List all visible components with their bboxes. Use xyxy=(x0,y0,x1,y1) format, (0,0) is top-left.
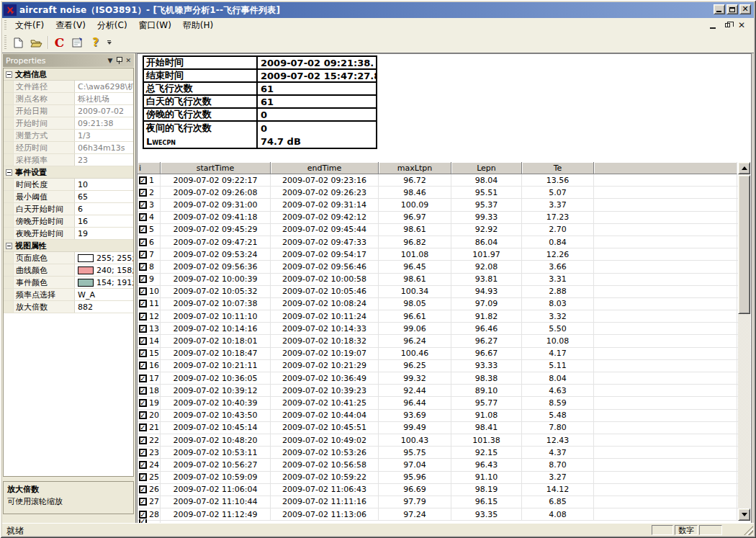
row-checkbox[interactable] xyxy=(139,287,147,295)
pin-icon[interactable] xyxy=(116,57,122,64)
new-document-button[interactable] xyxy=(10,35,27,50)
row-checkbox[interactable] xyxy=(139,349,147,357)
property-value[interactable]: 16 xyxy=(75,215,133,227)
close-button[interactable]: ✕ xyxy=(739,4,751,14)
table-row[interactable]: 7 2009-07-02 09:53:24 2009-07-02 09:54:1… xyxy=(138,248,739,261)
row-checkbox[interactable] xyxy=(139,423,147,431)
vertical-scrollbar[interactable] xyxy=(738,162,750,521)
menu-item[interactable]: 窗口(W) xyxy=(133,18,177,33)
help-button[interactable]: ? xyxy=(87,35,104,50)
property-row-page-color[interactable]: 页面底色 255; 255; 255 xyxy=(4,252,133,264)
table-row[interactable]: 10 2009-07-02 10:05:32 2009-07-02 10:05:… xyxy=(138,286,739,298)
collapse-icon[interactable] xyxy=(6,169,12,176)
row-checkbox[interactable] xyxy=(139,399,147,407)
property-value[interactable]: 06h34m13s xyxy=(75,142,133,153)
properties-button[interactable] xyxy=(69,35,86,50)
table-row[interactable]: 24 2009-07-02 10:56:27 2009-07-02 10:56:… xyxy=(138,459,739,471)
column-header-starttime[interactable]: startTime xyxy=(161,162,271,174)
table-row[interactable]: 6 2009-07-02 09:47:21 2009-07-02 09:47:3… xyxy=(138,236,739,248)
row-checkbox[interactable] xyxy=(139,201,147,209)
property-row-event-color[interactable]: 事件颜色 154; 191; 183 xyxy=(4,277,133,289)
table-row[interactable]: 17 2009-07-02 10:36:05 2009-07-02 10:36:… xyxy=(138,372,739,385)
property-value[interactable]: 2009-07-02 xyxy=(75,105,133,117)
category-event-settings[interactable]: 事件设置 xyxy=(4,166,133,179)
open-file-button[interactable] xyxy=(28,35,45,50)
property-value[interactable]: 10 xyxy=(75,179,133,190)
table-row[interactable]: 16 2009-07-02 10:21:11 2009-07-02 10:21:… xyxy=(138,360,739,372)
property-value[interactable]: 09:21:38 xyxy=(75,117,133,129)
row-checkbox[interactable] xyxy=(139,387,147,395)
property-row[interactable]: 测量方式 1/3 xyxy=(4,130,133,142)
row-checkbox[interactable] xyxy=(139,189,147,197)
maximize-button[interactable] xyxy=(726,4,738,14)
row-checkbox[interactable] xyxy=(139,485,147,493)
menu-item[interactable]: 分析(C) xyxy=(91,18,133,33)
row-checkbox[interactable] xyxy=(139,325,147,333)
row-checkbox[interactable] xyxy=(139,176,147,184)
row-checkbox[interactable] xyxy=(139,225,147,233)
row-checkbox[interactable] xyxy=(139,461,147,469)
property-value[interactable]: 19 xyxy=(75,228,133,239)
calibrate-button[interactable]: C xyxy=(51,35,68,50)
column-header-empty[interactable] xyxy=(594,162,737,174)
category-view-properties[interactable]: 视图属性 xyxy=(4,240,133,252)
property-row[interactable]: 傍晚开始时间 16 xyxy=(4,215,133,228)
table-row[interactable]: 13 2009-07-02 10:14:16 2009-07-02 10:14:… xyxy=(138,323,739,335)
menu-item[interactable]: 帮助(H) xyxy=(177,18,219,33)
collapse-icon[interactable] xyxy=(6,243,12,249)
column-header-maxltpn[interactable]: maxLtpn xyxy=(379,162,451,174)
toolbar-grip[interactable] xyxy=(4,35,6,50)
property-row[interactable]: 时间长度 10 xyxy=(4,179,133,191)
table-row[interactable]: 20 2009-07-02 10:43:50 2009-07-02 10:44:… xyxy=(138,410,739,422)
row-checkbox[interactable] xyxy=(139,362,147,369)
row-checkbox[interactable] xyxy=(139,337,147,345)
table-row[interactable]: 18 2009-07-02 10:39:12 2009-07-02 10:39:… xyxy=(138,385,739,397)
minimize-button[interactable] xyxy=(714,4,725,14)
row-checkbox[interactable] xyxy=(139,251,147,259)
column-header-lepn[interactable]: Lepn xyxy=(451,162,522,174)
column-header-i[interactable]: i xyxy=(138,162,161,174)
property-row[interactable]: 经历时间 06h34m13s xyxy=(4,142,133,154)
table-row[interactable]: 11 2009-07-02 10:07:38 2009-07-02 10:08:… xyxy=(138,298,739,310)
table-row[interactable]: 5 2009-07-02 09:45:29 2009-07-02 09:45:4… xyxy=(138,224,739,236)
child-minimize-icon[interactable] xyxy=(708,20,718,30)
table-row[interactable]: 3 2009-07-02 09:31:00 2009-07-02 09:31:1… xyxy=(138,199,739,211)
category-doc-info[interactable]: 文档信息 xyxy=(4,68,133,81)
panel-menu-icon[interactable]: ▼ xyxy=(108,57,113,64)
row-checkbox[interactable] xyxy=(139,511,147,519)
menu-item[interactable]: 查看(V) xyxy=(50,18,91,33)
property-row-curve-color[interactable]: 曲线颜色 240; 158; 158 xyxy=(4,264,133,277)
scroll-down-button[interactable] xyxy=(738,508,750,521)
row-checkbox[interactable] xyxy=(139,436,147,444)
table-row[interactable]: 8 2009-07-02 09:56:36 2009-07-02 09:56:4… xyxy=(138,261,739,273)
table-row[interactable]: 26 2009-07-02 11:06:04 2009-07-02 11:06:… xyxy=(138,484,739,496)
table-row[interactable]: 21 2009-07-02 10:45:14 2009-07-02 10:45:… xyxy=(138,422,739,434)
property-row-frequency[interactable]: 频率点选择 W_A xyxy=(4,289,133,301)
property-value[interactable]: 6 xyxy=(75,203,133,215)
property-row[interactable]: 开始日期 2009-07-02 xyxy=(4,105,133,117)
table-row[interactable]: 9 2009-07-02 10:00:39 2009-07-02 10:00:5… xyxy=(138,274,739,286)
toolbar-overflow-button[interactable] xyxy=(104,35,114,50)
property-value[interactable]: 1/3 xyxy=(75,130,133,141)
table-row[interactable]: 22 2009-07-02 10:48:20 2009-07-02 10:49:… xyxy=(138,434,739,447)
property-row[interactable]: 文件路径 C:\awa6298\机场 xyxy=(4,81,133,93)
table-row[interactable]: 1 2009-07-02 09:22:17 2009-07-02 09:23:1… xyxy=(138,174,739,187)
child-close-icon[interactable]: ✕ xyxy=(737,20,747,30)
property-value[interactable]: 栎社机场 xyxy=(75,93,133,104)
table-row[interactable]: 14 2009-07-02 10:18:01 2009-07-02 10:18:… xyxy=(138,335,739,347)
row-checkbox[interactable] xyxy=(139,275,147,283)
column-header-te[interactable]: Te xyxy=(522,162,594,174)
property-row[interactable]: 最小阈值 65 xyxy=(4,191,133,203)
resize-grip[interactable] xyxy=(744,526,753,535)
table-row[interactable]: 23 2009-07-02 10:53:11 2009-07-02 10:53:… xyxy=(138,447,739,459)
row-checkbox[interactable] xyxy=(139,375,147,382)
property-value[interactable]: 65 xyxy=(75,191,133,202)
property-row-zoom-factor[interactable]: 放大倍数 882 xyxy=(4,301,133,313)
row-checkbox[interactable] xyxy=(139,473,147,481)
table-row[interactable]: 15 2009-07-02 10:18:47 2009-07-02 10:19:… xyxy=(138,348,739,360)
row-checkbox[interactable] xyxy=(139,213,147,221)
row-checkbox[interactable] xyxy=(139,238,147,246)
scroll-up-button[interactable] xyxy=(738,162,750,174)
property-row[interactable]: 采样频率 23 xyxy=(4,154,133,166)
table-row[interactable]: 12 2009-07-02 10:11:10 2009-07-02 10:11:… xyxy=(138,310,739,323)
